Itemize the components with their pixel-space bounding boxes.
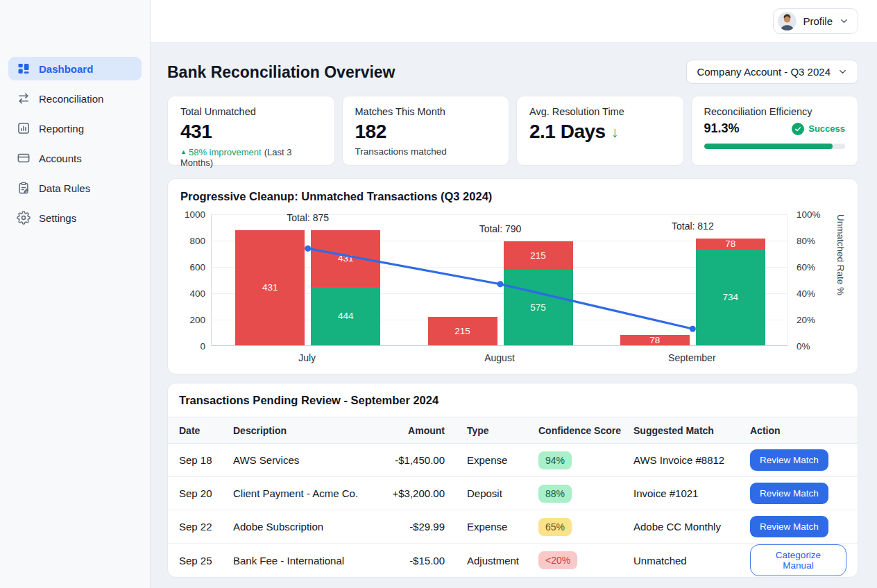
categorize-manual-button[interactable]: Categorize Manual [750,544,846,576]
delta-text: 58% improvement [189,147,262,157]
sidebar-nav: DashboardReconciliationReportingAccounts… [0,0,150,230]
review-match-button[interactable]: Review Match [750,449,828,471]
column-header-description: Description [233,425,375,436]
sidebar-item-label: Reconciliation [39,93,103,105]
column-header-suggested-match: Suggested Match [633,425,743,436]
settings-icon [17,211,31,225]
transactions-card: Transactions Pending Review - September … [167,383,858,578]
left-axis-tick: 800 [179,236,205,246]
sidebar-item-label: Reporting [39,123,84,135]
cell-amount: +$3,200.00 [375,487,467,499]
unmatched-rate-line [212,214,789,346]
profile-button[interactable]: Profile [773,8,858,34]
cleanup-chart: 431444431Total: 875215575215Total: 79078… [179,209,846,370]
cell-type: Expense [467,454,538,466]
cell-action: Review Match [743,483,846,504]
sidebar-item-settings[interactable]: Settings [8,206,142,230]
cell-type: Adjustment [467,555,538,567]
data-rules-icon [17,181,31,195]
cell-type: Deposit [467,487,538,499]
sidebar-item-accounts[interactable]: Accounts [8,146,142,170]
right-axis-title: Unmatched Rate % [835,214,846,346]
sidebar-item-dashboard[interactable]: Dashboard [8,57,142,80]
page-header: Bank Reconciliation Overview Company Acc… [167,60,858,84]
efficiency-progress-track [704,144,846,149]
table-body: Sep 18AWS Services-$1,450.00Expense94%AW… [168,444,858,577]
sidebar-item-label: Dashboard [39,63,93,75]
line-point [305,245,311,252]
cell-description: Adobe Subscription [233,521,375,533]
efficiency-progress-fill [704,144,833,149]
reconciliation-icon [17,92,31,105]
review-match-button[interactable]: Review Match [750,483,828,504]
right-axis-tick: 20% [797,315,815,325]
stat-delta: ▲58% improvement(Last 3 Months) [180,147,322,168]
table-row: Sep 25Bank Fee - International-$15.00Adj… [168,544,858,577]
stat-value: 2.1 Days [529,121,606,143]
chevron-down-icon [837,67,848,77]
success-badge: Success [792,123,845,135]
sidebar-item-label: Settings [39,212,76,224]
cell-amount: -$29.99 [375,521,467,533]
stat-subtext: Transactions matched [355,146,497,157]
stat-card-resolution-time: Avg. Resolution Time 2.1 Days ↓ [516,96,684,166]
sidebar-item-reporting[interactable]: Reporting [8,116,142,140]
table-row: Sep 18AWS Services-$1,450.00Expense94%AW… [168,444,858,477]
column-header-amount: Amount [375,425,467,436]
cell-confidence: <20% [538,551,633,569]
column-header-confidence-score: Confidence Score [538,425,633,436]
sidebar-item-reconciliation[interactable]: Reconciliation [8,87,142,110]
review-match-button[interactable]: Review Match [750,516,828,537]
x-axis-label: July [298,352,316,363]
cell-action: Review Match [743,449,846,471]
stats-row: Total Unmatched 431 ▲58% improvement(Las… [167,96,858,166]
right-axis-tick: 80% [797,236,815,246]
chevron-down-icon [839,16,849,26]
table-row: Sep 20Client Payment - Acme Co.+$3,200.0… [168,477,858,510]
right-axis-tick: 60% [797,262,815,273]
sidebar: DashboardReconciliationReportingAccounts… [0,0,151,588]
check-icon [792,123,804,135]
column-header-type: Type [467,425,538,436]
stat-title: Reconciliation Efficiency [704,106,846,117]
cell-date: Sep 25 [179,555,233,567]
stat-value: 431 [180,121,322,143]
left-axis-tick: 200 [179,315,205,325]
column-header-action: Action [743,425,846,436]
cell-suggested-match: Adobe CC Monthly [633,521,743,533]
x-axis-label: September [668,352,715,363]
cell-amount: -$15.00 [375,555,467,567]
stat-title: Avg. Resolution Time [529,106,671,117]
cell-suggested-match: Unmatched [633,555,743,567]
topbar: Profile [151,0,877,43]
account-period-label: Company Account - Q3 2024 [697,66,831,78]
account-period-dropdown[interactable]: Company Account - Q3 2024 [686,60,858,84]
sidebar-item-data-rules[interactable]: Data Rules [8,176,142,200]
left-axis-tick: 600 [179,262,205,273]
cell-action: Review Match [743,516,846,537]
confidence-badge: 94% [538,451,572,469]
cell-suggested-match: AWS Invoice #8812 [633,454,743,466]
confidence-badge: 88% [538,485,572,503]
cell-description: Client Payment - Acme Co. [233,487,375,499]
main-content: Bank Reconciliation Overview Company Acc… [151,43,877,588]
sidebar-item-label: Data Rules [39,182,90,194]
cell-description: Bank Fee - International [233,555,375,567]
cell-action: Categorize Manual [743,544,846,576]
chart-card: Progressive Cleanup: Unmatched Transacti… [167,178,858,374]
table-header-row: DateDescriptionAmountTypeConfidence Scor… [168,417,858,444]
confidence-badge: <20% [538,551,577,569]
chart-title: Progressive Cleanup: Unmatched Transacti… [180,190,846,203]
reporting-icon [17,121,31,135]
line-point [690,326,696,332]
left-axis-tick: 0 [179,341,205,352]
right-axis-tick: 40% [797,288,815,299]
stat-value: 182 [355,121,497,143]
avatar [778,12,797,31]
x-axis-label: August [484,352,515,363]
sidebar-item-label: Accounts [39,153,82,164]
efficiency-value: 91.3% [704,121,740,136]
cell-suggested-match: Invoice #1021 [633,487,743,499]
right-axis-tick: 0% [797,341,810,352]
cell-date: Sep 18 [179,454,233,466]
